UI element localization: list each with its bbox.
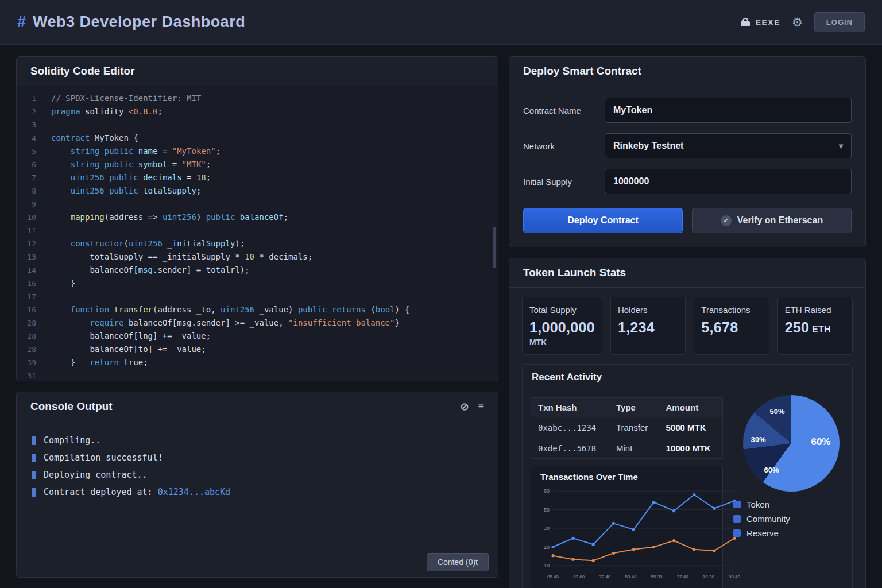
code-token: balanceOf <box>240 212 284 222</box>
code-token: = <box>182 173 196 182</box>
code-token: = <box>167 160 181 169</box>
code-token <box>99 160 104 169</box>
console-output-button[interactable]: Conted (0)t <box>427 553 489 571</box>
hash-icon: # <box>17 13 26 31</box>
verify-etherscan-button[interactable]: ✓ Verify on Etherscan <box>692 208 852 233</box>
code-token: MyToken { <box>90 133 138 142</box>
code-lines[interactable]: // SPDX-License-Identifier: MITpragma so… <box>44 92 498 375</box>
code-line: string public name = "MyToken"; <box>51 145 498 158</box>
editor-panel-title: Solidity Code Editor <box>17 57 498 86</box>
contract-name-input[interactable] <box>605 98 852 123</box>
deploy-contract-button[interactable]: Deploy Contract <box>523 208 683 233</box>
code-token: ( <box>123 239 128 248</box>
legend-item: Token <box>733 500 790 509</box>
code-token <box>51 160 71 169</box>
code-token <box>51 239 71 248</box>
editor-scrollbar[interactable] <box>493 227 496 268</box>
code-token: bool <box>376 305 395 314</box>
log-bullet-icon <box>32 436 36 445</box>
code-line: balanceOf[msg.sender] = totalrl); <box>51 264 498 277</box>
code-token: contract <box>51 133 90 142</box>
line-number: 14 <box>17 264 36 277</box>
code-token: public <box>298 305 327 314</box>
stat-label: ETH Raised <box>785 305 845 315</box>
legend-swatch-icon <box>733 529 741 537</box>
code-token: ; <box>284 212 288 222</box>
code-token: string <box>71 160 100 169</box>
network-select[interactable]: Rinkeby Testnet ▾ <box>605 133 852 158</box>
code-token: } <box>394 318 399 327</box>
console-output: Compiling..Compilation successful!Deploy… <box>17 421 498 547</box>
line-number: 9 <box>17 198 36 211</box>
log-list-icon[interactable]: ≡ <box>478 400 484 413</box>
svg-text:30: 30 <box>544 525 550 531</box>
svg-text:55 30: 55 30 <box>651 574 663 579</box>
code-line: require balanceOf[msg.sender] >= _value,… <box>51 316 498 330</box>
code-token: decimals <box>143 173 181 182</box>
code-line: balanceOf[lng] += _value; <box>51 330 498 343</box>
line-number: 28 <box>17 343 36 356</box>
svg-text:77 40: 77 40 <box>677 574 689 579</box>
code-token: solidity <box>80 107 129 116</box>
line-number: 28 <box>17 316 36 330</box>
table-row: 0xabc...1234Transfer5000 MTK <box>531 417 723 438</box>
svg-text:60: 60 <box>544 488 550 494</box>
legend-label: Token <box>746 500 769 509</box>
code-line: balanceOf[to] += _value; <box>51 343 498 356</box>
header-actions: EEXE ⚙ LOGIN <box>741 12 865 32</box>
left-column: Solidity Code Editor 1234567891011121314… <box>16 56 498 588</box>
code-line <box>51 290 498 303</box>
code-token: ) { <box>395 305 409 314</box>
stat-value: 1,234 <box>618 319 678 336</box>
wallet-lock-button[interactable]: EEXE <box>741 18 780 27</box>
code-token: uint256 <box>71 173 105 182</box>
code-line: contract MyToken { <box>51 131 498 145</box>
log-text: Deploying contract.. <box>44 470 148 480</box>
code-token: .sender] = totalrl); <box>153 265 250 274</box>
pie-slice-label: 30% <box>751 435 765 444</box>
deploy-panel: Deploy Smart Contract Contract Name Netw… <box>509 56 866 247</box>
stat-value: 250 ETH <box>785 319 845 336</box>
recent-activity-title: Recent Activity <box>523 365 852 390</box>
code-token: returns <box>332 305 366 314</box>
console-panel: Console Output ⊘ ≡ Compiling..Compilatio… <box>16 392 498 578</box>
svg-text:05 40: 05 40 <box>547 574 559 579</box>
code-token <box>133 146 138 156</box>
stat-card: Total Supply1,000,000MTK <box>522 297 602 355</box>
stat-value: 1,000,000 <box>529 319 595 336</box>
main-content: Solidity Code Editor 1234567891011121314… <box>0 45 882 588</box>
code-token: public <box>109 186 138 195</box>
chart-title: Transactions Over Time <box>540 472 719 482</box>
console-line: Compilation successful! <box>32 449 483 466</box>
code-token: "MyToken" <box>172 146 216 156</box>
svg-text:50: 50 <box>544 507 550 513</box>
login-button[interactable]: LOGIN <box>814 12 865 32</box>
code-token: (address => <box>105 212 163 222</box>
code-line: mapping(address => uint256) public balan… <box>51 211 498 224</box>
stat-label: Transactions <box>701 305 761 315</box>
initial-supply-input[interactable] <box>605 169 852 194</box>
legend-swatch-icon <box>733 515 741 523</box>
code-token: = <box>157 146 172 156</box>
contract-name-label: Contract Name <box>523 106 605 115</box>
code-token: function <box>71 305 109 314</box>
line-number: 1 <box>17 92 36 105</box>
table-cell: 5000 MTK <box>659 417 722 438</box>
code-token <box>105 186 109 195</box>
code-editor[interactable]: 12345678910111213141617162828283931 // S… <box>17 86 498 381</box>
code-token: msg <box>138 265 153 274</box>
code-token: uint256 <box>71 186 105 195</box>
stat-unit: MTK <box>529 338 595 347</box>
console-line: Compiling.. <box>32 432 483 449</box>
line-number: 5 <box>17 145 36 158</box>
settings-gear-icon[interactable]: ⚙ <box>792 16 803 29</box>
code-token <box>51 318 90 327</box>
code-line <box>51 224 498 237</box>
stat-unit: ETH <box>809 324 831 334</box>
clear-console-icon[interactable]: ⊘ <box>460 400 469 413</box>
column-header: Amount <box>659 398 722 417</box>
svg-text:03 60: 03 60 <box>573 574 585 579</box>
transactions-chart-svg: 605030201005 4003 6072 4058 4055 3077 40… <box>535 484 741 585</box>
svg-text:20: 20 <box>544 544 550 550</box>
console-panel-title: Console Output <box>30 400 112 413</box>
